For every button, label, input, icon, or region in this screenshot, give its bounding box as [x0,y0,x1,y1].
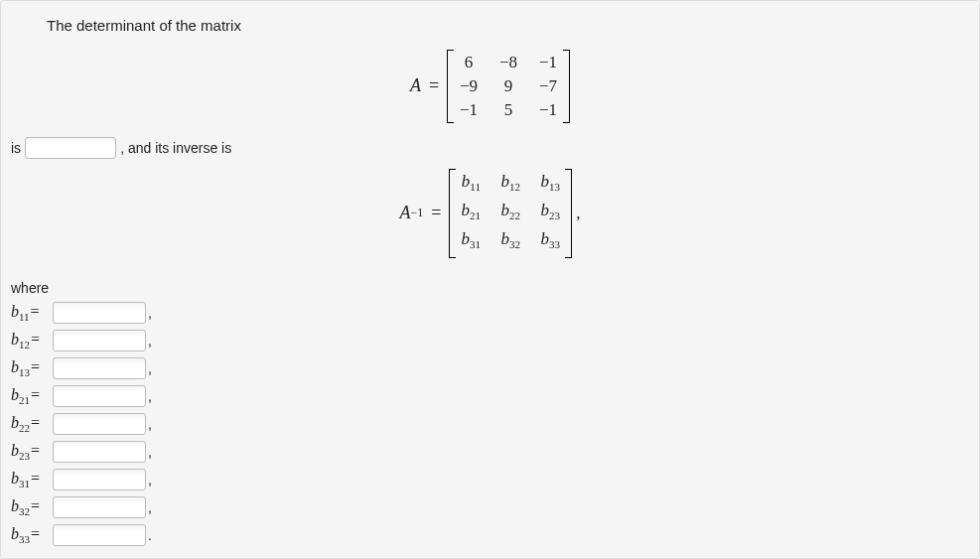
b21-input[interactable] [53,385,146,407]
b11-input[interactable] [53,302,146,324]
b21-row: b21= , [11,383,971,409]
matrix-cell: b11 [460,171,482,198]
matrix-cell: b12 [499,171,521,198]
matrix-cell: −1 [537,99,559,121]
matrix-cell: b21 [460,200,482,226]
b31-label: b31= [11,470,51,489]
matrix-cell: −8 [497,52,519,73]
b21-label: b21= [11,386,51,406]
b23-input[interactable] [53,441,146,463]
matrix-ainv-label: A [399,203,410,223]
where-block: where b11= , b12= , b13= , b21= , b22= ,… [9,266,971,548]
matrix-cell: −1 [458,99,480,121]
matrix-ainv-body: b11 b12 b13 b21 b22 b23 b31 b32 b33 [456,169,565,258]
punct: , [148,333,152,349]
is-word: is [11,140,21,156]
b23-label: b23= [11,442,51,462]
matrix-ainv-display: A−1 = b11 b12 b13 b21 b22 b23 b31 b32 b3… [9,169,971,258]
matrix-a-bracket: 6 −8 −1 −9 9 −7 −1 5 −1 [447,50,570,123]
matrix-cell: −9 [458,75,480,97]
determinant-input[interactable] [25,137,116,159]
matrix-cell: b33 [539,228,561,255]
b33-row: b33= . [11,522,971,548]
b32-label: b32= [11,497,51,517]
b31-input[interactable] [53,469,146,490]
matrix-ainv-sup: −1 [410,206,423,220]
matrix-cell: −7 [537,75,559,97]
b12-label: b12= [11,331,51,350]
bracket-right-icon [565,169,572,258]
b23-row: b23= , [11,439,971,465]
matrix-ainv-bracket: b11 b12 b13 b21 b22 b23 b31 b32 b33 [449,169,572,258]
b12-row: b12= , [11,328,971,353]
b33-input[interactable] [53,524,146,546]
equals-sign: = [431,203,441,223]
matrix-cell: b22 [499,200,521,226]
b32-input[interactable] [53,496,146,518]
matrix-cell: 5 [497,99,519,121]
punct: , [148,472,152,488]
bracket-right-icon [563,50,570,123]
b12-input[interactable] [53,330,146,351]
b32-row: b32= , [11,494,971,520]
b13-row: b13= , [11,355,971,381]
prompt-text: The determinant of the matrix [9,11,971,42]
b22-label: b22= [11,414,51,434]
punct: , [148,305,152,321]
matrix-cell: −1 [537,52,559,73]
punct: , [148,499,152,515]
b22-row: b22= , [11,411,971,437]
matrix-a-display: A = 6 −8 −1 −9 9 −7 −1 5 −1 [9,50,971,123]
punct: , [148,360,152,376]
determinant-answer-line: is , and its inverse is [9,131,971,161]
b11-label: b11= [11,303,51,323]
and-inverse-text: , and its inverse is [120,140,231,156]
matrix-cell: b13 [539,171,561,198]
punct: , [148,444,152,460]
matrix-cell: 6 [458,52,480,73]
question-container: The determinant of the matrix A = 6 −8 −… [0,0,980,559]
punct: . [148,527,152,543]
matrix-a-body: 6 −8 −1 −9 9 −7 −1 5 −1 [454,50,563,123]
equals-sign: = [429,75,439,96]
matrix-cell: 9 [497,75,519,97]
matrix-a-label: A [410,75,421,96]
matrix-cell: b23 [539,200,561,226]
punct: , [148,416,152,432]
b33-label: b33= [11,525,51,545]
punct: , [148,388,152,404]
bracket-left-icon [447,50,454,123]
matrix-cell: b31 [460,228,482,255]
where-label: where [11,280,971,296]
matrix-cell: b32 [499,228,521,255]
trailing-comma: , [576,204,580,223]
b22-input[interactable] [53,413,146,435]
b13-label: b13= [11,358,51,378]
b31-row: b31= , [11,467,971,492]
bracket-left-icon [449,169,456,258]
b13-input[interactable] [53,357,146,379]
b11-row: b11= , [11,300,971,326]
